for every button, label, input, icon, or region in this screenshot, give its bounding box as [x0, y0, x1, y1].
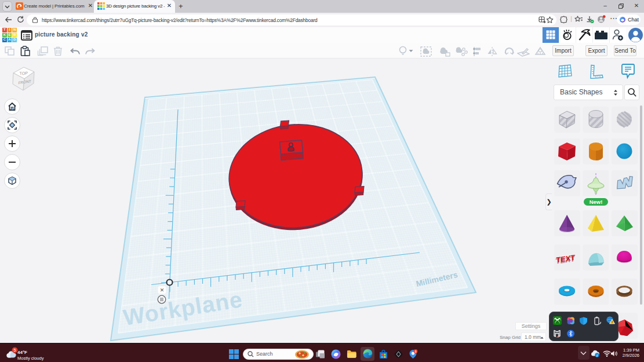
svg-text:New!: New!	[590, 199, 603, 205]
svg-text:✕: ✕	[160, 287, 165, 293]
svg-text:TOP: TOP	[20, 71, 28, 76]
svg-text:5: 5	[14, 348, 16, 352]
svg-text:8: 8	[414, 350, 416, 353]
svg-text:i: i	[596, 353, 598, 357]
